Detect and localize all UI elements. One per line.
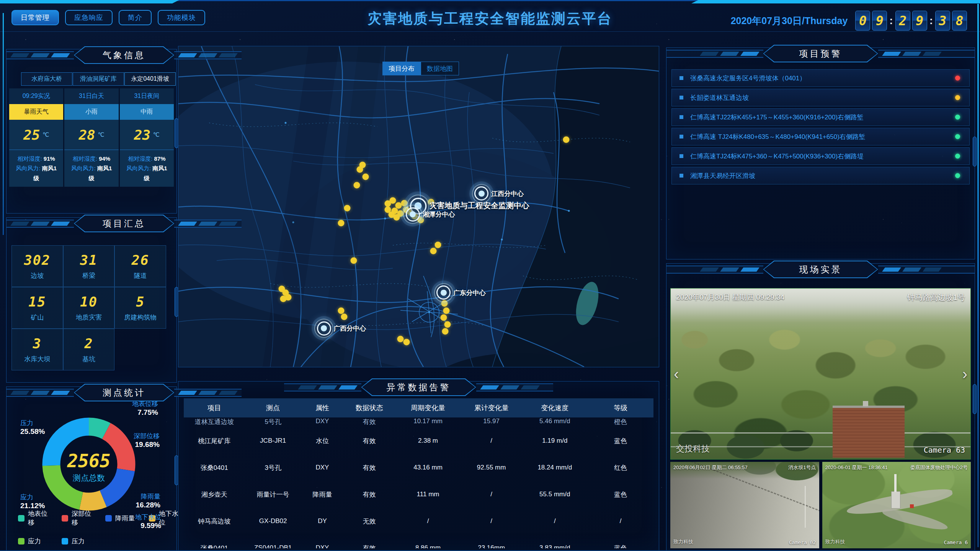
camera-panel-header: 现场实景 bbox=[666, 261, 975, 278]
panel-title: 异常数据告警 bbox=[387, 381, 451, 393]
main-camera-view: 2020年07月30日 星期四 09:29:34 钟马路高边坡1号 交投科技 C… bbox=[670, 288, 971, 460]
panel-title-badge: 测点统计 bbox=[74, 384, 174, 401]
map-tab[interactable]: 数据地图 bbox=[421, 62, 459, 75]
alarm-panel-header: 异常数据告警 bbox=[284, 378, 553, 396]
table-row[interactable]: 张桑0401ZS0401-DB1DXY有效8.86 mm23.16mm3.83 … bbox=[184, 535, 653, 548]
table-cell: 有效 bbox=[343, 417, 395, 426]
warning-list-item[interactable]: 长韶娄道林互通边坡 bbox=[671, 89, 970, 106]
panel-title-badge: 项目汇总 bbox=[74, 215, 174, 232]
camera-image-grass bbox=[822, 462, 971, 548]
stat-cell: 31桥梁 bbox=[63, 245, 115, 287]
camera-name: 钟马路高边坡1号 bbox=[907, 292, 965, 303]
table-row[interactable]: 钟马高边坡GX-DB02DY无效//// bbox=[184, 508, 653, 535]
legend-item[interactable]: 应力 bbox=[18, 537, 50, 546]
table-cell: 43.16 mm bbox=[395, 464, 461, 471]
project-dot[interactable] bbox=[444, 321, 451, 328]
warning-list-item[interactable]: 湘潭县天易经开区滑坡 bbox=[671, 167, 970, 184]
project-dot[interactable] bbox=[389, 197, 396, 204]
project-dot[interactable] bbox=[434, 241, 441, 248]
warning-list-item[interactable]: 仁博高速TJ22标K455+175～K455+360(K916+200)右侧路堑 bbox=[671, 108, 970, 126]
clock-digit: 2 bbox=[895, 11, 910, 31]
weather-panel-header: 气象信息 bbox=[7, 46, 176, 64]
table-row[interactable]: 张桑04013号孔DXY有效43.16 mm92.55 mm18.24 mm/d… bbox=[184, 454, 653, 481]
project-dot[interactable] bbox=[280, 296, 286, 302]
warning-list-item[interactable]: 张桑高速永定服务区4号滑坡体（0401） bbox=[671, 69, 970, 87]
map-marker[interactable]: 广东分中心 bbox=[434, 283, 453, 302]
table-row[interactable]: 湘乡壶天雨量计一号降雨量有效111 mm/55.5 mm/d蓝色 bbox=[184, 481, 653, 508]
project-dot[interactable] bbox=[338, 220, 345, 226]
donut-callout: 地表位移7.75% bbox=[132, 400, 158, 417]
panel-header-decoration bbox=[878, 50, 975, 58]
prev-camera-button[interactable]: ‹ bbox=[674, 366, 679, 381]
legend-item[interactable]: 地表位移 bbox=[18, 509, 50, 527]
project-dot[interactable] bbox=[351, 257, 357, 264]
frame-top-accent-right bbox=[691, 0, 980, 3]
project-dot[interactable] bbox=[344, 205, 350, 212]
stat-cell: 10地质灾害 bbox=[63, 287, 115, 329]
panel-title-badge: 气象信息 bbox=[74, 46, 174, 64]
project-dot[interactable] bbox=[341, 314, 347, 320]
decoration-block-icon bbox=[740, 267, 760, 272]
bullet-square-icon bbox=[679, 135, 683, 139]
nav-button[interactable]: 功能模块 bbox=[158, 10, 205, 25]
top-header: 日常管理应急响应简介功能模块 灾害地质与工程安全智能监测云平台 2020年07月… bbox=[0, 2, 980, 31]
legend-item[interactable]: 深部位移 bbox=[62, 509, 94, 527]
weather-tab[interactable]: 滑油洞尾矿库 bbox=[73, 72, 124, 86]
legend-item[interactable]: 压力 bbox=[62, 537, 94, 546]
camera-thumbnail[interactable]: 2020年06月02日 星期二 06:55:57消水坝1号点致力科技Camera… bbox=[670, 462, 819, 548]
table-cell: GX-DB02 bbox=[245, 517, 301, 525]
decoration-block-icon bbox=[10, 222, 29, 226]
panel-side-decoration bbox=[973, 137, 977, 166]
marker-label: 广东分中心 bbox=[453, 288, 486, 297]
weather-condition: 中雨 bbox=[120, 104, 174, 120]
project-dot[interactable] bbox=[397, 336, 403, 342]
column-header: 测点 bbox=[245, 403, 301, 412]
map-marker[interactable]: 广西分中心 bbox=[314, 319, 333, 338]
table-row[interactable]: 桃江尾矿库JCB-JR1水位有效2.38 m/1.19 m/d蓝色 bbox=[184, 427, 653, 454]
table-cell: 8.86 mm bbox=[395, 544, 461, 548]
project-dot[interactable] bbox=[353, 182, 360, 188]
legend-item[interactable]: 降雨量 bbox=[105, 509, 137, 527]
column-header: 属性 bbox=[301, 403, 343, 412]
decoration-block-icon bbox=[198, 222, 217, 226]
legend-swatch-icon bbox=[105, 515, 112, 522]
camera-image-slope bbox=[670, 462, 819, 548]
frame-right-line bbox=[977, 4, 979, 547]
project-dot[interactable] bbox=[442, 328, 448, 334]
next-camera-button[interactable]: › bbox=[962, 366, 967, 381]
project-dot[interactable] bbox=[443, 307, 450, 314]
weather-tab[interactable]: 水府庙大桥 bbox=[21, 72, 72, 86]
map-marker[interactable]: 湘潭分中心 bbox=[403, 205, 422, 224]
table-cell: 雨量计一号 bbox=[245, 490, 301, 499]
project-dot[interactable] bbox=[363, 174, 369, 180]
map-tab[interactable]: 项目分布 bbox=[382, 62, 421, 75]
map-marker[interactable]: 江西分中心 bbox=[472, 184, 491, 203]
weather-tab[interactable]: 永定0401滑坡 bbox=[124, 72, 176, 86]
nav-button[interactable]: 日常管理 bbox=[11, 10, 59, 25]
project-dot[interactable] bbox=[440, 314, 447, 321]
table-row[interactable]: 道林互通边坡5号孔DXY有效10.17 mm15.975.46 mm/d橙色 bbox=[184, 417, 653, 427]
project-dot[interactable] bbox=[338, 307, 345, 314]
table-cell: 111 mm bbox=[395, 491, 461, 498]
decoration-block-icon bbox=[51, 391, 70, 395]
project-dot[interactable] bbox=[430, 248, 437, 254]
bullet-square-icon bbox=[679, 115, 683, 119]
weather-humidity-wind: 相对湿度: 91%风向风力: 南风1级 bbox=[9, 150, 63, 187]
project-dot[interactable] bbox=[563, 136, 569, 143]
project-dot[interactable] bbox=[359, 162, 366, 168]
project-dot[interactable] bbox=[393, 214, 400, 220]
marker-ring-icon bbox=[314, 319, 333, 338]
camera-thumbnail[interactable]: 2020-06-01 星期一 18:36:41娄底固体废物处理中心2号致力科技C… bbox=[822, 462, 971, 548]
project-stats-grid: 302边坡31桥梁26隧道15矿山10地质灾害5房建构筑物3水库大坝2基坑 bbox=[11, 245, 166, 370]
project-dot[interactable] bbox=[403, 339, 410, 345]
nav-button[interactable]: 简介 bbox=[119, 10, 152, 25]
warning-list-item[interactable]: 仁博高速 TJ24标K480+635～K480+940(K941+650)右侧路… bbox=[671, 128, 970, 145]
panel-title: 测点统计 bbox=[103, 387, 145, 399]
weather-panel: 气象信息 水府庙大桥滑油洞尾矿库永定0401滑坡 09:29实况暴雨天气25℃相… bbox=[6, 49, 177, 214]
warning-list-item[interactable]: 仁博高速TJ24标K475+360～K475+500(K936+300)右侧路堤 bbox=[671, 147, 970, 165]
nav-button[interactable]: 应急响应 bbox=[65, 10, 113, 25]
frame-left-line bbox=[3, 13, 4, 235]
weather-period: 31日白天 bbox=[64, 88, 118, 104]
decoration-block-icon bbox=[882, 267, 901, 272]
table-cell: / bbox=[461, 491, 522, 498]
